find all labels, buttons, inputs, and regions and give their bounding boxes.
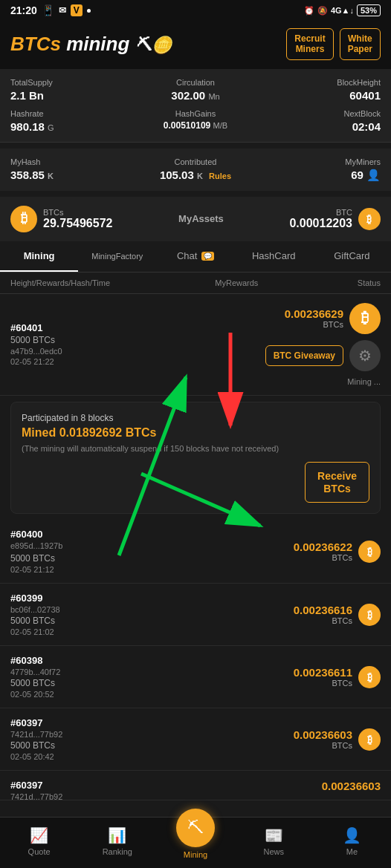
tab-chat[interactable]: Chat 💬: [156, 241, 234, 272]
block-btc-icon-0: ₿: [358, 541, 381, 563]
dot-icon: [87, 9, 91, 13]
receive-btcs-button[interactable]: Receive BTCs: [305, 462, 369, 503]
header: BTCs mining ⛏🪙 Recruit Miners White Pape…: [0, 21, 391, 69]
alarm-icon: ⏰: [304, 6, 314, 16]
me-icon: 👤: [343, 826, 361, 844]
content-area: Height/Rewards/Hash/Time MyRewards Statu…: [0, 273, 391, 861]
table-row: #60397 7421d...77b92 0.00236603: [0, 771, 391, 800]
btcs-icon: ₿: [10, 206, 37, 232]
status-bar: 21:20 📱 ✉ V ⏰ 🔕 4G▲↓ 53%: [0, 0, 391, 21]
giveaway-section: Participated in 8 blocks Mined 0.0189269…: [10, 402, 381, 515]
battery-icon: 53%: [357, 4, 381, 16]
hash-gains-stat: HashGains 0.00510109 M/B: [134, 109, 257, 133]
block-btc-icon-2: ₿: [358, 666, 381, 688]
signal-icon: 4G▲↓: [331, 6, 354, 15]
table-row: #60400 e895d...1927b 5000 BTCs 02-05 21:…: [0, 520, 391, 584]
whatsapp-icon: 📱: [42, 4, 54, 16]
btc-giveaway-button[interactable]: BTC Giveaway: [265, 345, 343, 366]
total-supply-stat: TotalSupply 2.1 Bn: [10, 78, 134, 102]
message-icon: ✉: [59, 5, 66, 16]
nav-me[interactable]: 👤 Me: [313, 826, 391, 856]
tab-mining[interactable]: Mining: [0, 241, 78, 272]
status-left: 21:20 📱 ✉ V: [10, 4, 91, 16]
table-row: #60398 4779b...40f72 5000 BTCs 02-05 20:…: [0, 646, 391, 708]
hashrate-stat: Hashrate 980.18 G: [10, 109, 134, 133]
chat-badge: 💬: [201, 252, 214, 261]
my-hash-stat: MyHash 358.85 K: [10, 157, 130, 182]
mining-center-icon: ⛏: [176, 809, 215, 847]
nav-news[interactable]: 📰 News: [235, 826, 313, 856]
white-paper-button[interactable]: White Paper: [340, 28, 381, 60]
rules-link[interactable]: Rules: [209, 172, 231, 180]
table-row: #60399 bc06f...02738 5000 BTCs 02-05 21:…: [0, 584, 391, 646]
stats-section: TotalSupply 2.1 Bn Circulation 302.00 Mn…: [0, 69, 391, 143]
miners-person-icon: 👤: [366, 169, 381, 181]
my-miners-stat: MyMiners 69 👤: [261, 157, 381, 182]
circulation-stat: Circulation 302.00 Mn: [134, 78, 257, 102]
mining-status-icon: ⚙: [349, 340, 381, 371]
circulation-value: 302.00 Mn: [134, 89, 257, 102]
block-height-stat: BlockHeight 60401: [257, 78, 381, 102]
tab-mining-factory[interactable]: MiningFactory: [78, 241, 156, 272]
nav-ranking[interactable]: 📊 Ranking: [78, 826, 156, 856]
block-btc-icon-1: ₿: [358, 604, 381, 626]
tabs-row: Mining MiningFactory Chat 💬 HashCard Gif…: [0, 241, 391, 273]
logo-emoji: ⛏🪙: [135, 36, 172, 54]
block-height-value: 60401: [257, 89, 381, 102]
quote-icon: 📈: [30, 826, 48, 844]
btc-circle-icon: ₿: [349, 303, 381, 334]
next-block-value: 02:04: [257, 120, 381, 133]
contributed-stat: Contributed 105.03 K Rules: [136, 157, 256, 182]
bottom-nav: 📈 Quote 📊 Ranking ⛏ Mining 📰 News 👤 Me: [0, 817, 391, 868]
table-row: #60397 7421d...77b92 5000 BTCs 02-05 20:…: [0, 708, 391, 771]
stats-grid: TotalSupply 2.1 Bn Circulation 302.00 Mn…: [10, 78, 381, 133]
btc-asset: BTC 0.00012203 ₿: [289, 208, 381, 230]
btc-icon-right: ₿: [358, 208, 381, 230]
logo: BTCs mining ⛏🪙: [10, 33, 172, 56]
my-stats-section: MyHash 358.85 K Contributed 105.03 K Rul…: [0, 149, 391, 191]
header-buttons: Recruit Miners White Paper: [286, 28, 381, 60]
nav-quote[interactable]: 📈 Quote: [0, 826, 78, 856]
tab-hash-card[interactable]: HashCard: [235, 241, 313, 272]
first-block-icons: 0.00236629 BTCs ₿: [285, 303, 381, 334]
vpn-icon: V: [71, 4, 83, 16]
ranking-icon: 📊: [108, 826, 126, 844]
total-supply-value: 2.1 Bn: [10, 89, 134, 102]
assets-row: ₿ BTCs 29.75496572 MyAssets BTC 0.000122…: [0, 197, 391, 241]
mute-icon: 🔕: [317, 6, 328, 16]
table-header: Height/Rewards/Hash/Time MyRewards Statu…: [0, 273, 391, 294]
first-block-row: #60401 5000 BTCs a47b9...0edc0 02-05 21:…: [0, 294, 391, 396]
btcs-asset: ₿ BTCs 29.75496572: [10, 206, 112, 232]
nav-mining-center[interactable]: ⛏ Mining: [156, 823, 234, 859]
my-assets-label: MyAssets: [178, 213, 224, 224]
block-btc-icon-3: ₿: [358, 728, 381, 751]
tab-gift-card[interactable]: GiftCard: [313, 241, 391, 272]
next-block-stat: NextBlock 02:04: [257, 109, 381, 133]
hashrate-value: 980.18 G: [10, 120, 134, 133]
status-right: ⏰ 🔕 4G▲↓ 53%: [304, 4, 381, 16]
giveaway-row: BTC Giveaway ⚙: [265, 340, 381, 371]
news-icon: 📰: [265, 826, 283, 844]
time: 21:20: [10, 4, 37, 16]
hash-gains-value: 0.00510109 M/B: [134, 120, 257, 131]
recruit-miners-button[interactable]: Recruit Miners: [286, 28, 333, 60]
